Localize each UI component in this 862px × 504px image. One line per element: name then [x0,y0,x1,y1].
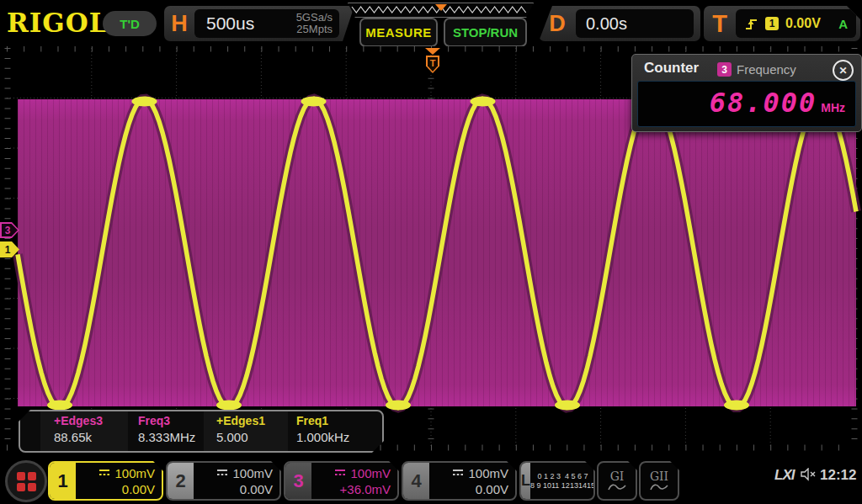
counter-display: 68.000 MHz [637,81,856,127]
sample-rate: 5GSa/s [296,12,333,24]
channel-3-offset: +36.0mV [340,481,391,497]
channel-4-box[interactable]: 4 100mV 0.00V [402,461,517,501]
channel-2-box[interactable]: 2 100mV 0.00V [166,461,281,501]
memory-depth: 25Mpts [296,24,333,35]
preview-zigzag-icon [349,3,531,15]
measurement-item: Freq1 1.000kHz [296,414,349,444]
logic-analyzer-label: L [521,463,530,499]
trigger-box[interactable]: T 1 0.00V A [704,6,860,41]
counter-value: 68.000 [710,82,817,124]
dc-coupling-icon [217,469,228,477]
dc-coupling-icon [335,469,346,477]
counter-mode-label: Frequency [737,62,796,77]
trigger-mode: A [838,17,848,31]
channel-2-scale: 100mV [232,465,273,481]
trigger-status-badge: T'D [103,11,157,36]
delay-value: 0.00s [586,14,627,34]
clock-time: 12:12 [820,467,856,484]
channel-4-number: 4 [403,463,429,499]
trigger-position-arrow-icon [425,48,440,55]
trigger-position-marker[interactable]: T [424,48,441,75]
menu-button[interactable] [5,460,47,502]
generator-1-box[interactable]: GI [597,461,637,501]
sine-wave-icon [607,483,627,492]
oscilloscope-screen: RIGOL T'D H 500us 5GSa/s 25Mpts MEASURE … [0,0,862,504]
sine-wave-icon [649,483,669,492]
trigger-label: T [704,10,736,38]
rigol-logo: RIGOL [7,8,109,38]
speaker-muted-icon[interactable] [801,468,817,481]
digital-channels-row1: 0 1 2 3 4 5 6 7 [537,472,588,481]
channel-4-scale: 100mV [468,465,508,481]
horizontal-timebase-box[interactable]: H 500us 5GSa/s 25Mpts [164,6,354,41]
horizontal-label: H [164,11,194,37]
measurement-item: +Edges1 5.000 [216,414,265,444]
trigger-marker-label: T [428,57,438,72]
delay-label: D [539,11,576,37]
channel-3-scale: 100mV [350,465,391,481]
measurement-panel[interactable]: +Edges3 88.65k Freq3 8.333MHz +Edges1 5.… [19,410,384,453]
channel-2-offset: 0.00V [240,481,273,497]
close-icon[interactable]: ✕ [833,60,854,81]
counter-panel[interactable]: Counter 3 Frequency ✕ 68.000 MHz [631,54,862,132]
logic-analyzer-box[interactable]: L 0 1 2 3 4 5 6 7 8 9 1011 12131415 [519,461,595,501]
bottom-status-bar: 1 100mV 0.00V 2 100mV [0,457,862,504]
counter-channel-badge: 3 [717,62,732,77]
trigger-source-badge: 1 [765,17,779,30]
rising-edge-icon [744,17,758,31]
channel-1-scale: 100mV [114,465,155,481]
dc-coupling-icon [99,469,110,477]
measure-button[interactable]: MEASURE [359,18,438,47]
trigger-level: 0.00V [785,16,821,31]
timebase-value: 500us [206,13,254,34]
generator-2-box[interactable]: GII [639,461,679,501]
lxi-indicator: LXI [774,467,794,484]
menu-grid-icon [17,472,36,491]
channel-2-number: 2 [168,463,194,499]
waveform-preview-strip[interactable] [348,3,534,18]
preview-pointer-icon [435,4,447,11]
channel-1-box[interactable]: 1 100mV 0.00V [48,461,163,501]
counter-unit: MHz [821,101,845,114]
measurement-item: +Edges3 88.65k [54,414,103,444]
channel-3-number: 3 [285,463,311,499]
channel-4-offset: 0.00V [476,481,508,497]
channel-1-offset: 0.00V [122,481,155,497]
counter-title: Counter [644,60,699,77]
channel-3-box[interactable]: 3 100mV +36.0mV [284,461,399,501]
dc-coupling-icon [453,469,464,477]
measurement-item: Freq3 8.333MHz [138,414,195,444]
delay-box[interactable]: D 0.00s [539,6,700,41]
stop-run-button[interactable]: STOP/RUN [444,18,527,47]
digital-channels-row2: 8 9 1011 12131415 [530,481,595,491]
channel-1-number: 1 [50,463,76,499]
